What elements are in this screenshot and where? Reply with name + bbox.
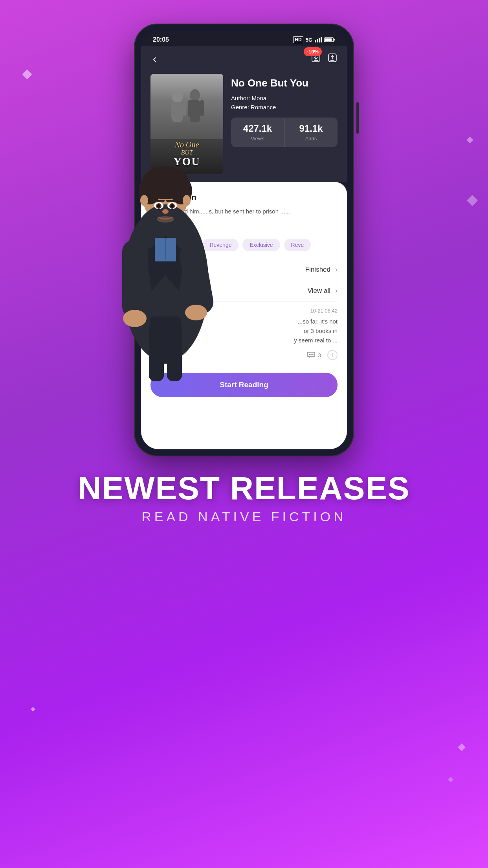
top-section: ‹ -10% <box>141 46 347 182</box>
finished-label: Finished <box>305 266 330 274</box>
comment-icon <box>307 351 316 359</box>
book-cover-title: No One BUT YOU <box>173 140 200 168</box>
book-genre: Genre: Romance <box>231 104 338 110</box>
views-label: Views <box>235 136 280 142</box>
tags-container: Happy ending Revenge Exclusive Reve <box>150 239 338 251</box>
tag-reve[interactable]: Reve <box>284 239 311 251</box>
share-icon[interactable] <box>327 53 338 65</box>
back-button[interactable]: ‹ <box>150 50 159 68</box>
svg-rect-6 <box>334 39 335 40</box>
battery-icon <box>324 37 335 42</box>
sparkle-decoration <box>458 743 466 751</box>
hd-indicator: HD <box>293 36 303 43</box>
sparkle-decoration <box>467 195 478 206</box>
svg-point-17 <box>190 89 200 101</box>
top-nav: ‹ -10% <box>150 46 338 74</box>
report-button[interactable]: ! <box>327 350 338 360</box>
start-reading-button[interactable]: Start Reading <box>150 373 338 397</box>
nav-right-icons: -10% <box>311 53 338 65</box>
svg-rect-15 <box>171 102 175 117</box>
sparkle-decoration <box>22 69 32 79</box>
svg-rect-0 <box>315 40 316 42</box>
comment-likes-count: 3 <box>318 352 321 359</box>
signal-bars-icon <box>315 37 322 42</box>
tag-revenge[interactable]: Revenge <box>202 239 238 251</box>
views-stat: 427.1k Views <box>231 118 284 147</box>
cover-title-no: No One <box>173 140 200 149</box>
svg-rect-3 <box>321 37 322 42</box>
content-section: Introduction She has loved him......s, b… <box>141 182 347 449</box>
svg-point-21 <box>309 354 310 355</box>
view-all-chevron-icon: › <box>335 287 338 295</box>
svg-point-23 <box>312 354 313 355</box>
tag-happy-ending[interactable]: Happy ending <box>150 239 198 251</box>
comment-section: 10-21 08:42 ...so far. It's notor 3 book… <box>150 302 338 366</box>
book-details: No One But You Author: Mona Genre: Roman… <box>231 74 338 147</box>
finished-row[interactable]: Finished › <box>150 259 338 280</box>
svg-rect-19 <box>188 100 192 117</box>
phone-frame: 20:05 HD 5G <box>134 24 354 456</box>
tags-section: Tags Happy ending Revenge Exclusive Reve <box>150 225 338 251</box>
book-cover: No One BUT YOU <box>150 74 223 174</box>
view-all-row[interactable]: View all › <box>150 280 338 302</box>
svg-point-13 <box>172 90 183 103</box>
view-all-label: View all <box>308 287 330 295</box>
sparkle-decoration <box>31 707 35 711</box>
adds-stat: 91.1k Adds <box>284 118 338 147</box>
couple-silhouette-icon <box>160 88 215 135</box>
svg-rect-5 <box>325 39 332 41</box>
views-value: 427.1k <box>235 123 280 134</box>
read-native-subline: READ NATIVE FICTION <box>78 509 410 524</box>
comment-actions: 3 ! <box>150 350 338 360</box>
adds-label: Adds <box>288 136 334 142</box>
sparkle-decoration <box>448 777 453 782</box>
svg-point-22 <box>310 354 312 355</box>
book-info-area: No One BUT YOU No One But You Author: Mo… <box>150 74 338 182</box>
cover-title-but-connector: BUT <box>173 149 200 156</box>
status-time: 20:05 <box>153 36 169 43</box>
svg-rect-16 <box>183 102 186 116</box>
book-title: No One But You <box>231 77 338 89</box>
tags-heading: Tags <box>150 225 338 234</box>
phone-screen: 20:05 HD 5G <box>141 31 347 449</box>
newest-releases-headline: NEWEST RELEASES <box>78 472 410 504</box>
bottom-text-section: NEWEST RELEASES READ NATIVE FICTION <box>78 472 410 524</box>
svg-rect-2 <box>319 38 320 42</box>
book-author: Author: Mona <box>231 95 338 101</box>
cover-image-area <box>150 74 223 139</box>
svg-rect-1 <box>317 39 318 42</box>
sparkle-decoration <box>467 137 473 143</box>
comment-text: ...so far. It's notor 3 books iny seem r… <box>150 317 338 345</box>
finished-chevron-icon: › <box>335 265 338 274</box>
phone-mockup: 20:05 HD 5G <box>134 24 354 456</box>
introduction-text: She has loved him......s, but he sent he… <box>150 207 338 216</box>
cover-title-you: YOU <box>173 156 200 168</box>
tag-exclusive[interactable]: Exclusive <box>242 239 280 251</box>
adds-value: 91.1k <box>288 123 334 134</box>
signal-indicator: 5G <box>306 37 312 43</box>
status-bar: 20:05 HD 5G <box>141 31 347 46</box>
phone-side-button <box>356 102 359 134</box>
stats-box: 427.1k Views 91.1k Adds <box>231 118 338 147</box>
introduction-heading: Introduction <box>150 193 338 202</box>
discount-badge: -10% <box>304 47 322 56</box>
status-icons: HD 5G <box>293 36 335 43</box>
comment-likes[interactable]: 3 <box>307 351 321 359</box>
svg-rect-20 <box>200 100 204 116</box>
comment-timestamp: 10-21 08:42 <box>150 308 338 314</box>
